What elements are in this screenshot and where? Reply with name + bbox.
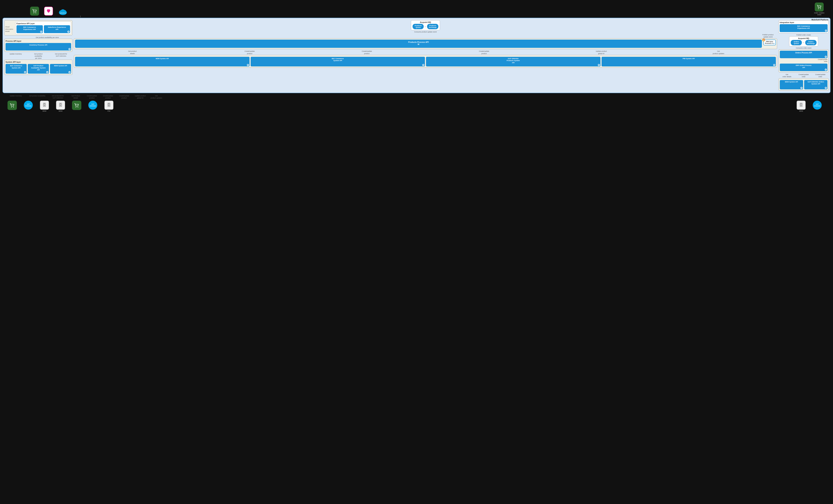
bot-cart-2	[70, 101, 84, 110]
bot-ann-get-prodid: Get productId forSAP S/4HANA	[48, 95, 68, 99]
orders-queue: OrdersQueue	[791, 40, 802, 45]
ann-get-prodid: Get productId forSAP S/4HANA	[53, 53, 69, 59]
ann-create-update-order-2: Create/updateorder	[815, 73, 826, 78]
sap-icon-2: SAPS/4HANA	[88, 101, 97, 110]
mulesoft-badge-b2c-sys2: M	[422, 64, 424, 66]
b2c-exp-api: B2C CommerceExperience API M	[17, 25, 43, 33]
int-layer-title: Integration layer	[780, 21, 828, 23]
bot-mdm-1: 🗄 MDM	[37, 101, 52, 112]
mulesoft-badge-pim: M	[773, 64, 775, 66]
bot-ann-get-updates: Getproduct updates	[148, 95, 164, 99]
ann-publish-order: Publish order create	[779, 34, 829, 36]
top-icon-cart	[30, 7, 39, 16]
sap-icon-1: SAPS/4HANA	[24, 101, 33, 110]
system-api-layer-center: MDM System API M B2C CommerceSystem API …	[74, 55, 777, 68]
pim-icon: 🗄	[104, 101, 113, 110]
svg-point-12	[77, 107, 78, 107]
ann-update-inv: Update Inventory	[7, 53, 24, 59]
heart-icon	[44, 7, 53, 16]
ann-get-prod-avail: Get product availabilityper store	[30, 53, 46, 59]
bot-ann-update-global: Update productglobal ID	[132, 95, 148, 99]
svg-point-1	[35, 13, 36, 13]
bot-mdm-label-3: MDM	[799, 110, 803, 112]
bot-mdm-3: 🗄 MDM	[794, 101, 808, 112]
svg-point-9	[11, 107, 12, 107]
center-column: Anypoint MQ ProductsQueue ← ProductsExch…	[74, 20, 777, 92]
mulesoft-badge-1: M	[40, 31, 42, 33]
amq-center-title: Anypoint MQ	[420, 21, 431, 23]
sap-avail-sys-api: SAP ProductAvailability SystemAPI M	[28, 64, 49, 74]
bot-pim-label: PIM	[108, 110, 110, 112]
process-api-layer-left: Process API layer Inventory Process API …	[4, 39, 72, 52]
amq-right-title: Anypoint MQ	[798, 38, 809, 40]
integration-layer-box: Integration layer B2C CommerceExperience…	[779, 20, 829, 33]
erp-orders-process-api: ERP Orders ProcessAPI M	[780, 64, 828, 71]
top-icon-salesforce: salesforce	[58, 7, 68, 16]
ann-get-prod-updates: Getproduct updates	[712, 50, 725, 54]
ann-create-update-order-right: Create/updateorder	[780, 58, 828, 63]
svg-point-10	[13, 107, 14, 107]
ann-create-update-2: Create/updateproduct	[361, 50, 373, 54]
ann-update-global-id: Update productglobal ID	[595, 50, 608, 54]
sap-icon-3: SAPS/4HANA	[813, 101, 822, 110]
mulesoft-platform: MuleSoft Platform CloudInformationModel …	[2, 18, 831, 93]
sf-exp-api: Salesforce ExperienceAPI M	[44, 25, 70, 33]
amq-arrow-center: ←	[424, 25, 427, 28]
inventory-process-api: Inventory Process API M	[5, 43, 71, 50]
ann-get-prod-details: Get productdetails	[126, 50, 139, 54]
mulesoft-badge-sap-avail: M	[46, 71, 48, 73]
order-creation-cart-icon	[815, 2, 824, 11]
ann-row-right-sys: Getorder details Create/updateorder Crea…	[779, 73, 829, 78]
mulesoft-badge-sap-orders: M	[825, 87, 827, 89]
page: salesforce Order creation event MuleSoft…	[0, 0, 833, 115]
bot-cart-icon-1	[7, 101, 17, 110]
orders-process-api-box: Orders Process API M Create/updateorder …	[779, 49, 829, 72]
bot-ann-get-details: Get Productdetails	[68, 95, 84, 99]
mulesoft-badge-b2c-int: M	[825, 29, 827, 32]
ann-publish-product-text: Publish productupdate event	[762, 34, 774, 38]
mdm-sys-api-1: MDM System API M	[50, 64, 71, 74]
experience-api-inner: Experience API Layer B2C CommerceExperie…	[16, 22, 71, 34]
system-api-layer-right: MDM System API M SAP S/4HANA OrdersSyste…	[779, 78, 829, 91]
svg-point-11	[76, 107, 76, 107]
mulesoft-badge-prod: M	[76, 43, 760, 45]
b2c-int-api: B2C CommerceExperience API M	[780, 24, 828, 32]
svg-point-0	[33, 13, 34, 13]
svg-point-7	[818, 8, 819, 9]
bot-sap-3: SAPS/4HANA	[810, 101, 825, 110]
mulesoft-badge-b2c-sys: M	[24, 71, 26, 73]
bottom-annotations-row: Update inventory Get product availabilit…	[1, 94, 832, 100]
mulesoft-badge-inv: M	[68, 48, 71, 50]
b2c-sys-api-2: B2C CommerceSystem API M	[251, 57, 425, 67]
right-column: Integration layer B2C CommerceExperience…	[779, 20, 829, 92]
process-api-title: Process API layer	[5, 40, 71, 42]
bot-ann-get-avail: Get product availability	[26, 95, 48, 97]
bot-pim: 🗄 PIM	[102, 101, 116, 112]
orders-exchange: OrdersExchange	[805, 40, 816, 45]
bot-sap-1: SAPS/4HANA	[21, 101, 35, 110]
salesforce-cloud-icon: salesforce	[58, 7, 68, 16]
system-api-layer-left: System API layer B2C CommerceSystem API …	[4, 59, 72, 75]
bot-cart-1	[5, 101, 19, 110]
sys-api-title-left: System API layer	[5, 61, 71, 63]
products-exchange: ProductsExchange	[427, 24, 438, 29]
mulesoft-badge-2: M	[67, 31, 70, 33]
products-process-api: Products Process API M	[75, 40, 762, 48]
anypoint-mq-right: Anypoint MQ OrdersQueue ← OrdersExchange	[789, 37, 818, 46]
mdm-sys-api-3: MDM System API M	[780, 80, 803, 89]
orders-process-api: Orders Process API M	[780, 51, 828, 58]
sap-orders-sys-api: SAP S/4HANA OrdersSystem API M	[804, 80, 828, 89]
top-icons-row: salesforce Order creation event	[1, 1, 832, 16]
order-creation-label: Order creation event	[814, 12, 825, 16]
mulesoft-badge-pim-sync: M	[773, 43, 775, 45]
bot-cart-icon-2	[72, 101, 81, 110]
bottom-icons-row: SAPS/4HANA 🗄 MDM 🗄 MDM SAPS/4HANA	[1, 100, 832, 113]
pim-clock-icon: ⏰	[762, 39, 765, 41]
bot-ann-create-1: Create/updateproduct	[84, 95, 100, 99]
cloud-info-label: CloudInformationModel	[5, 26, 15, 32]
cart-icon	[30, 7, 39, 16]
b2c-sys-api: B2C CommerceSystem API M	[5, 64, 27, 74]
db-icon-2: 🗄	[56, 101, 65, 110]
ann-consume-order: Consume order event	[779, 47, 829, 49]
anypoint-mq-center: Anypoint MQ ProductsQueue ← ProductsExch…	[411, 20, 440, 30]
